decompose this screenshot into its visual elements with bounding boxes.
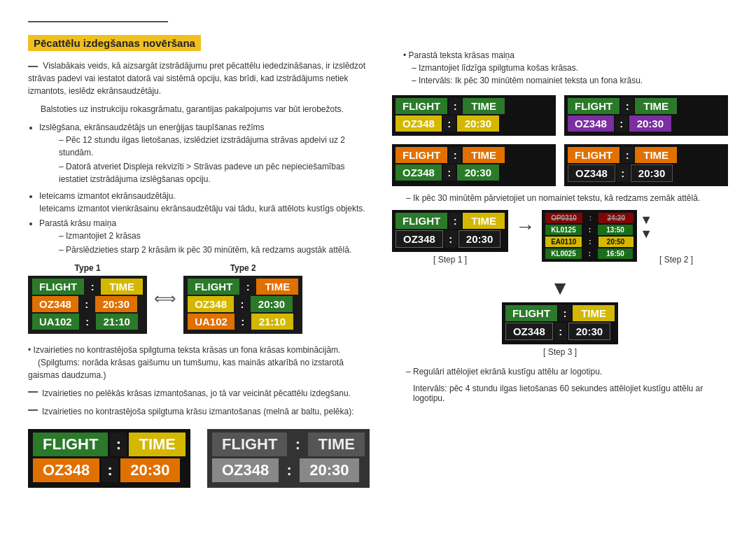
large-board1-colon1: : — [102, 458, 118, 482]
type1-section: Type 1 FLIGHT : TIME OZ348 : 20:30 — [28, 263, 147, 334]
type2-label: Type 2 — [183, 263, 302, 273]
right-dash2: Intervāls: Ik pēc 30 minūtēm nomainiet t… — [412, 74, 728, 87]
step2-label-container: [ Step 2 ] — [659, 252, 693, 265]
rb1-row1: OZ348 : 20:30 — [396, 115, 552, 132]
s2r1-colon: : — [584, 213, 597, 223]
main-bullets: Izslēgšana, ekrānsaudzētājs un enerģijas… — [39, 121, 371, 256]
avoid-note1: • Izvairieties no kontrastējoša spilgtum… — [28, 344, 371, 381]
rb3-colon: : — [443, 164, 456, 181]
large-boards-row: FLIGHT : TIME OZ348 : 20:30 FLIGHT : — [28, 429, 371, 488]
type2-row2: UA102 : 21:10 — [188, 314, 298, 330]
step1-board: FLIGHT : TIME OZ348 : 20:30 — [392, 210, 508, 252]
type2-header-flight: FLIGHT — [188, 279, 239, 295]
rb2-header: FLIGHT : TIME — [568, 98, 724, 114]
rb2-h-time: TIME — [635, 98, 677, 114]
rb2-h-colon: : — [621, 98, 634, 114]
right-boards-grid: FLIGHT : TIME OZ348 : 20:30 FLIGHT : — [392, 95, 728, 186]
down-arrow-2: ▼ — [640, 227, 652, 241]
s2r2-flight: KL0125 — [545, 225, 582, 235]
type2-header-colon: : — [241, 279, 255, 295]
rb2-h-flight: FLIGHT — [568, 98, 620, 114]
step3-section: ▼ FLIGHT : TIME OZ348 : 20:30 [ Step 3 ] — [392, 277, 728, 357]
rb4-header: FLIGHT : TIME — [568, 147, 724, 163]
type1-time2: 21:10 — [96, 314, 138, 330]
large-board2-row1: OZ348 : 20:30 — [212, 458, 365, 482]
rb3-flight: OZ348 — [396, 164, 442, 181]
dash-3b: Pārslēdzieties starp 2 krāsām ik pēc 30 … — [59, 244, 371, 256]
bullet3-dashes: Izmantojiet 2 krāsas Pārslēdzieties star… — [59, 230, 371, 256]
rb4-time: 20:30 — [631, 164, 673, 182]
final-notes: Regulāri attēlojiet ekrānā kustīgu attēl… — [392, 367, 728, 403]
main-content: Pēcattēlu izdegšanas novēršana Vislabāka… — [28, 35, 728, 488]
type-arrow: ⟺ — [154, 290, 176, 308]
right-board-3: FLIGHT : TIME OZ348 : 20:30 — [392, 144, 556, 186]
section-title: Pēcattēlu izdegšanas novēršana — [28, 35, 201, 51]
rb4-h-time: TIME — [635, 147, 677, 163]
rb1-flight: OZ348 — [396, 115, 442, 132]
type2-section: Type 2 FLIGHT : TIME OZ348 : 20:30 — [183, 263, 302, 334]
scroll-note: Ik pēc 30 minūtēm pārvietojiet un nomain… — [406, 193, 728, 203]
large-board2-h-flight: FLIGHT — [212, 433, 287, 456]
dash-3a: Izmantojiet 2 krāsas — [59, 230, 371, 242]
large-board1-h-flight: FLIGHT — [33, 433, 108, 456]
left-column: Pēcattēlu izdegšanas novēršana Vislabāka… — [28, 35, 371, 488]
step1-row1: OZ348 : 20:30 — [396, 230, 505, 248]
large-board1-header: FLIGHT : TIME — [33, 433, 186, 456]
large-board1-h-colon: : — [110, 433, 127, 456]
bullet-item-2: Ieteicams izmantot ekrānsaudzētāju. Iete… — [39, 190, 371, 215]
step1-h-colon: : — [449, 213, 461, 229]
type2-row1: OZ348 : 20:30 — [188, 296, 298, 312]
rb1-h-time: TIME — [463, 98, 505, 114]
step3-label: [ Step 3 ] — [543, 347, 577, 357]
step2-board: OP0310 : 24:20 KL0125 : 13:50 EA0110 : — [542, 210, 637, 262]
type2-header-row: FLIGHT : TIME — [188, 279, 298, 295]
s2r3-flight: EA0110 — [545, 237, 582, 247]
avoid-note3-row: Izvairieties no kontrastējoša spilgtuma … — [28, 405, 371, 418]
type2-header-time: TIME — [256, 279, 298, 295]
step1-label: [ Step 1 ] — [392, 255, 508, 265]
type1-row1: OZ348 : 20:30 — [32, 296, 143, 312]
type1-header-time: TIME — [101, 279, 143, 295]
bullet1-dashes: Pēc 12 stundu ilgas lietošanas, izslēdzi… — [59, 134, 371, 185]
type1-flight1: OZ348 — [32, 296, 78, 312]
right-sub-bullet: Parastā teksta krāsas maiņa — [403, 49, 728, 62]
avoid-note3: Izvairieties no kontrastējoša spilgtuma … — [42, 405, 354, 418]
step2-scroll-row3: EA0110 : 20:50 — [545, 237, 634, 247]
bullet-item-3: Parastā krāsu maiņa Izmantojiet 2 krāsas… — [39, 217, 371, 256]
large-board1-time1: 20:30 — [120, 458, 179, 482]
rb4-row1: OZ348 : 20:30 — [568, 164, 724, 182]
s2r3-time: 20:50 — [598, 237, 634, 247]
page-container: Pēcattēlu izdegšanas novēršana Vislabāka… — [0, 0, 756, 509]
step2-scroll-row4: KL0025 : 16:50 — [545, 248, 634, 259]
step3-arrow-down: ▼ — [550, 277, 570, 300]
large-board1-flight1: OZ348 — [33, 458, 99, 482]
type2-time1: 20:30 — [251, 296, 293, 312]
right-board-2: FLIGHT : TIME OZ348 : 20:30 — [564, 95, 728, 136]
rb3-time: 20:30 — [457, 164, 499, 181]
intro-text1: Vislabākais veids, kā aizsargāt izstrādā… — [28, 59, 371, 97]
rb4-h-colon: : — [621, 147, 634, 163]
rb2-colon: : — [615, 115, 628, 132]
step3-row1: OZ348 : 20:30 — [505, 323, 615, 340]
right-board-4: FLIGHT : TIME OZ348 : 20:30 — [564, 144, 728, 186]
rb1-colon: : — [443, 115, 456, 132]
step3-h-colon: : — [559, 305, 571, 321]
dash-1a: Pēc 12 stundu ilgas lietošanas, izslēdzi… — [59, 134, 371, 159]
type1-header-flight: FLIGHT — [32, 279, 84, 295]
s2r1-flight: OP0310 — [545, 213, 582, 223]
step1-colon: : — [444, 230, 457, 248]
right-column: Parastā teksta krāsas maiņa Izmantojiet … — [392, 35, 728, 488]
s2r1-time: 24:20 — [598, 213, 634, 223]
avoid-note2-row: Izvairieties no pelēkās krāsas izmantoša… — [28, 387, 371, 400]
avoid-note2: Izvairieties no pelēkās krāsas izmantoša… — [42, 387, 351, 400]
step2-label: [ Step 2 ] — [659, 255, 693, 265]
type2-time2: 21:10 — [251, 314, 293, 330]
rb1-h-flight: FLIGHT — [396, 98, 447, 114]
step1-section: FLIGHT : TIME OZ348 : 20:30 [ Step 1 ] — [392, 210, 508, 265]
type1-header-colon1: : — [85, 279, 99, 295]
step3-h-time: TIME — [573, 305, 615, 321]
step3-flight: OZ348 — [505, 323, 553, 340]
rb2-time: 20:30 — [629, 115, 671, 132]
step1-time: 20:30 — [458, 230, 500, 248]
type2-flight1: OZ348 — [188, 296, 234, 312]
